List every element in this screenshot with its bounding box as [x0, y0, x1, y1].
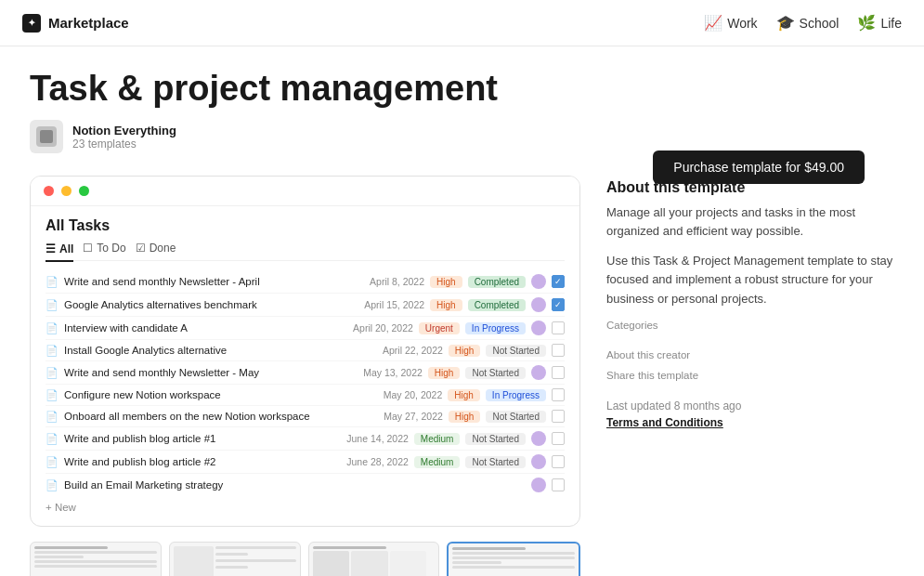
- task-row: 📄 Build an Email Marketing strategy: [46, 474, 565, 496]
- task-date: May 27, 2022: [378, 411, 443, 422]
- status-tag: In Progress: [486, 389, 546, 401]
- two-col-layout: All Tasks ☰All☐To Do☑Done 📄 Write and se…: [30, 176, 894, 576]
- status-tag: Completed: [468, 276, 526, 288]
- filter-tab-to-do[interactable]: ☐To Do: [83, 242, 125, 255]
- task-doc-icon: 📄: [46, 456, 59, 468]
- task-row: 📄 Onboard all members on the new Notion …: [46, 406, 565, 427]
- terms-link[interactable]: Terms and Conditions: [606, 416, 894, 429]
- priority-tag: High: [430, 276, 462, 288]
- task-date: April 8, 2022: [359, 276, 424, 287]
- status-tag: Not Started: [465, 433, 526, 445]
- header-area: Task & project management Notion Everyth…: [30, 69, 894, 153]
- filter-tab-done[interactable]: ☑Done: [136, 242, 176, 255]
- nav-link-school[interactable]: 🎓School: [776, 14, 839, 32]
- share-label: Share this template: [606, 370, 894, 381]
- task-date: May 13, 2022: [358, 367, 423, 378]
- creator-info: Notion Everything 23 templates: [30, 120, 894, 153]
- status-tag: In Progress: [465, 322, 526, 334]
- preview-card: All Tasks ☰All☐To Do☑Done 📄 Write and se…: [30, 176, 580, 527]
- task-doc-icon: 📄: [46, 389, 59, 401]
- task-checkbox[interactable]: [552, 410, 565, 423]
- task-doc-icon: 📄: [46, 276, 59, 288]
- task-name[interactable]: Google Analytics alternatives benchmark: [64, 299, 354, 310]
- svg-rect-1: [40, 130, 53, 143]
- task-date: June 28, 2022: [344, 456, 409, 467]
- task-name[interactable]: Onboard all members on the new Notion wo…: [64, 411, 372, 422]
- brand-icon: ✦: [22, 14, 41, 33]
- task-checkbox[interactable]: [552, 366, 565, 379]
- task-name[interactable]: Write and send monthly Newsletter - Apri…: [64, 276, 354, 287]
- brand[interactable]: ✦ Marketplace: [22, 14, 129, 33]
- creator-section: About this creator: [606, 349, 894, 360]
- navbar-links: 📈Work🎓School🌿Life: [704, 14, 902, 32]
- right-column: About this template Manage all your proj…: [606, 176, 894, 576]
- task-checkbox[interactable]: ✓: [552, 275, 565, 288]
- about-desc2: Use this Task & Project Management templ…: [606, 252, 894, 308]
- task-name[interactable]: Write and publish blog article #1: [64, 433, 338, 444]
- task-name[interactable]: Build an Email Marketing strategy: [64, 479, 526, 491]
- task-checkbox[interactable]: [552, 455, 565, 468]
- task-row: 📄 Configure new Notion workspace May 20,…: [46, 385, 565, 406]
- task-avatar: [531, 431, 546, 446]
- right-panel: About this template Manage all your proj…: [606, 176, 894, 429]
- main-content: Task & project management Notion Everyth…: [0, 46, 924, 576]
- status-tag: Not Started: [486, 411, 546, 423]
- status-tag: Not Started: [465, 456, 526, 468]
- task-checkbox[interactable]: [552, 432, 565, 445]
- task-checkbox[interactable]: [552, 344, 565, 357]
- last-updated: Last updated 8 months ago: [606, 399, 894, 412]
- preview-title: All Tasks: [46, 217, 565, 234]
- thumbnails: [30, 542, 580, 576]
- task-name[interactable]: Write and send monthly Newsletter - May: [64, 367, 352, 378]
- filter-tab-all[interactable]: ☰All: [46, 242, 73, 262]
- task-doc-icon: 📄: [46, 299, 59, 311]
- task-date: May 20, 2022: [377, 389, 442, 400]
- creator-avatar: [30, 120, 63, 153]
- school-icon: 🎓: [776, 14, 795, 32]
- status-tag: Completed: [468, 299, 526, 311]
- creator-count: 23 templates: [72, 137, 176, 151]
- task-doc-icon: 📄: [46, 367, 59, 379]
- categories-label: Categories: [606, 320, 894, 331]
- priority-tag: Urgent: [419, 322, 460, 334]
- task-date: April 15, 2022: [359, 299, 424, 310]
- task-row: 📄 Write and publish blog article #2 June…: [46, 451, 565, 474]
- thumb-4-active[interactable]: [447, 542, 580, 576]
- purchase-button[interactable]: Purchase template for $49.00: [653, 151, 865, 184]
- task-name[interactable]: Interview with candidate A: [64, 322, 343, 334]
- add-new-button[interactable]: + New: [46, 496, 565, 518]
- task-checkbox[interactable]: [552, 478, 565, 491]
- brand-label: Marketplace: [48, 15, 129, 31]
- filter-tabs: ☰All☐To Do☑Done: [46, 242, 565, 261]
- task-checkbox[interactable]: [552, 388, 565, 401]
- task-checkbox[interactable]: ✓: [552, 298, 565, 311]
- status-tag: Not Started: [486, 345, 546, 357]
- navbar: ✦ Marketplace 📈Work🎓School🌿Life: [0, 0, 924, 46]
- priority-tag: Medium: [414, 456, 461, 468]
- task-doc-icon: 📄: [46, 322, 59, 334]
- thumb-1[interactable]: [30, 542, 162, 576]
- priority-tag: High: [448, 389, 480, 401]
- left-column: All Tasks ☰All☐To Do☑Done 📄 Write and se…: [30, 176, 580, 576]
- creator-name: Notion Everything: [72, 124, 176, 137]
- task-name[interactable]: Configure new Notion workspace: [64, 389, 371, 400]
- nav-link-work[interactable]: 📈Work: [704, 14, 757, 32]
- task-avatar: [531, 297, 546, 312]
- thumb-2[interactable]: [169, 542, 301, 576]
- thumb-3[interactable]: [308, 542, 440, 576]
- close-dot: [44, 186, 54, 196]
- priority-tag: High: [449, 345, 481, 357]
- maximize-dot: [79, 186, 89, 196]
- creator-text: Notion Everything 23 templates: [72, 124, 176, 151]
- task-checkbox[interactable]: [552, 321, 565, 334]
- priority-tag: High: [430, 299, 462, 311]
- task-name[interactable]: Install Google Analytics alternative: [64, 345, 372, 356]
- task-avatar: [531, 454, 546, 469]
- priority-tag: High: [449, 411, 481, 423]
- task-avatar: [531, 478, 546, 492]
- task-name[interactable]: Write and publish blog article #2: [64, 456, 338, 467]
- nav-link-life[interactable]: 🌿Life: [857, 14, 902, 32]
- work-icon: 📈: [704, 14, 722, 32]
- life-icon: 🌿: [857, 14, 876, 32]
- task-doc-icon: 📄: [46, 411, 59, 423]
